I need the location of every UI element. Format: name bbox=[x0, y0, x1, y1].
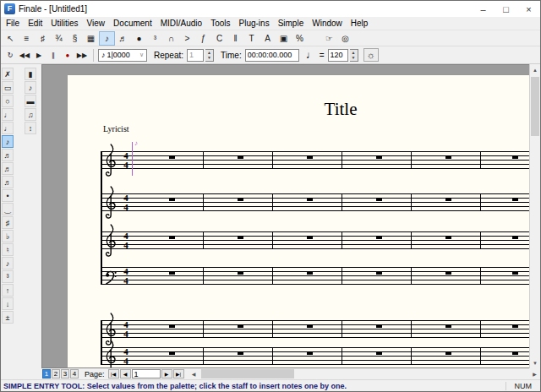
page-view-button-3[interactable]: 3 bbox=[61, 369, 69, 378]
note-entry-icon[interactable]: ♪ bbox=[25, 81, 36, 94]
next-page-button[interactable]: ▶ bbox=[161, 369, 172, 378]
menu-tools[interactable]: Tools bbox=[206, 19, 234, 28]
title-bar[interactable]: F Finale - [Untitled1] – □ × bbox=[1, 1, 540, 17]
score-page[interactable]: Title Lyricist 444444444444♪ bbox=[68, 75, 529, 368]
menu-document[interactable]: Document bbox=[109, 19, 156, 28]
zoom-tool-icon[interactable]: ◎ bbox=[337, 31, 353, 46]
hand-grabber-tool-icon[interactable]: ☞ bbox=[321, 31, 337, 46]
staff-tool-icon[interactable]: ≡ bbox=[19, 31, 35, 46]
tempo-spinner[interactable]: ▲ ▼ bbox=[350, 49, 358, 62]
rest-entry-icon[interactable]: ▬ bbox=[25, 95, 36, 107]
quarter-note-icon[interactable]: ♩ bbox=[2, 122, 14, 134]
expression-tool-icon[interactable]: ƒ bbox=[195, 31, 211, 46]
page-view-button-4[interactable]: 4 bbox=[70, 369, 79, 378]
page-layout-tool-icon[interactable]: ▣ bbox=[276, 31, 292, 46]
staff[interactable] bbox=[101, 231, 529, 249]
clef-tool-icon[interactable]: § bbox=[67, 31, 83, 46]
pause-button[interactable]: ∥ bbox=[46, 49, 60, 62]
time-signature-tool-icon[interactable]: ¾ bbox=[51, 31, 67, 46]
menu-help[interactable]: Help bbox=[347, 19, 373, 28]
play-button[interactable]: ▶ bbox=[32, 49, 46, 62]
menu-simple[interactable]: Simple bbox=[274, 19, 309, 28]
maximize-button[interactable]: □ bbox=[495, 1, 517, 17]
close-button[interactable]: × bbox=[517, 1, 540, 17]
eraser-icon[interactable]: ✗ bbox=[2, 68, 14, 80]
sixtyfourth-note-icon[interactable]: ♬ bbox=[2, 176, 14, 188]
menu-window[interactable]: Window bbox=[308, 19, 347, 28]
staff[interactable] bbox=[101, 347, 529, 365]
interval-icon[interactable]: ± bbox=[2, 311, 14, 324]
natural-icon[interactable]: ♮ bbox=[2, 243, 14, 256]
spinner-down-icon[interactable]: ▼ bbox=[352, 55, 356, 60]
staff[interactable] bbox=[101, 193, 529, 211]
minimize-button[interactable]: – bbox=[472, 1, 495, 17]
staff[interactable] bbox=[101, 320, 529, 338]
tuplet-icon[interactable]: ³ bbox=[2, 270, 14, 283]
staff[interactable] bbox=[101, 151, 529, 169]
scroll-right-arrow-icon[interactable]: ▶ bbox=[529, 368, 540, 379]
eighth-note-icon[interactable]: ♪ bbox=[2, 135, 14, 148]
repeat-spinner[interactable]: ▲ ▼ bbox=[205, 49, 214, 62]
tie-icon[interactable]: ‿ bbox=[2, 203, 14, 215]
half-note-icon[interactable]: ♩ bbox=[2, 108, 14, 121]
page-view-button-2[interactable]: 2 bbox=[52, 369, 60, 378]
chord-tool-icon[interactable]: C bbox=[211, 31, 227, 46]
repeat-tool-icon[interactable]: ‖ bbox=[227, 31, 243, 46]
menu-utilities[interactable]: Utilities bbox=[46, 19, 82, 28]
forward-to-end-button[interactable]: ▶▶ bbox=[75, 49, 89, 62]
menu-file[interactable]: File bbox=[2, 19, 24, 28]
tempo-input[interactable] bbox=[328, 49, 348, 62]
menu-edit[interactable]: Edit bbox=[24, 19, 46, 28]
horizontal-scroll-track[interactable] bbox=[199, 368, 529, 379]
vertical-scrollbar[interactable]: ▲ ▼ bbox=[529, 64, 540, 368]
vertical-scroll-thumb[interactable] bbox=[531, 77, 539, 136]
horizontal-scrollbar[interactable]: ◀ ▶ bbox=[189, 368, 540, 379]
hyperscribe-tool-icon[interactable]: ● bbox=[131, 31, 147, 46]
lyrics-tool-icon[interactable]: A bbox=[260, 31, 276, 46]
half-step-down-icon[interactable]: ↓ bbox=[2, 297, 14, 310]
horizontal-scroll-thumb[interactable] bbox=[201, 369, 294, 378]
score-viewport[interactable]: Title Lyricist 444444444444♪ bbox=[41, 64, 529, 368]
page-number-input[interactable] bbox=[132, 369, 161, 378]
tuplet-tool-icon[interactable]: ³ bbox=[147, 31, 163, 46]
scroll-left-arrow-icon[interactable]: ◀ bbox=[189, 368, 199, 379]
smartshape-tool-icon[interactable]: ∩ bbox=[163, 31, 179, 46]
sixteenth-note-icon[interactable]: ♬ bbox=[2, 149, 14, 161]
last-page-button[interactable]: ▶| bbox=[173, 369, 184, 378]
repitch-icon[interactable]: ↕ bbox=[25, 122, 36, 134]
caret-tool-icon[interactable]: ▮ bbox=[25, 68, 36, 80]
chevron-down-icon[interactable]: ∨ bbox=[139, 52, 144, 58]
page-view-button-1[interactable]: 1 bbox=[42, 369, 51, 378]
scroll-up-arrow-icon[interactable]: ▲ bbox=[530, 64, 540, 75]
menu-midi-audio[interactable]: MIDI/Audio bbox=[156, 19, 206, 28]
chord-entry-icon[interactable]: ♫ bbox=[25, 108, 36, 121]
articulation-tool-icon[interactable]: > bbox=[179, 31, 195, 46]
resize-tool-icon[interactable]: % bbox=[292, 31, 308, 46]
spinner-down-icon[interactable]: ▼ bbox=[207, 55, 211, 60]
half-step-up-icon[interactable]: ↑ bbox=[2, 284, 14, 297]
speedy-entry-tool-icon[interactable]: ♬ bbox=[115, 31, 131, 46]
time-display[interactable] bbox=[245, 49, 299, 62]
thirtysecond-note-icon[interactable]: ♬ bbox=[2, 162, 14, 175]
double-whole-note-icon[interactable]: ▭ bbox=[2, 81, 14, 94]
playback-settings-button[interactable]: ☼ bbox=[363, 48, 379, 62]
grace-note-icon[interactable]: ♪ bbox=[2, 257, 14, 270]
flat-icon[interactable]: ♭ bbox=[2, 230, 14, 242]
staff[interactable] bbox=[101, 267, 529, 285]
menu-plug-ins[interactable]: Plug-ins bbox=[235, 19, 274, 28]
playback-loop-button[interactable]: ↻ bbox=[3, 49, 17, 62]
menu-view[interactable]: View bbox=[83, 19, 110, 28]
key-signature-tool-icon[interactable]: ♯ bbox=[35, 31, 51, 46]
scroll-down-arrow-icon[interactable]: ▼ bbox=[530, 357, 540, 368]
record-button[interactable]: ● bbox=[61, 49, 74, 62]
whole-note-icon[interactable]: ○ bbox=[2, 95, 14, 107]
vertical-scroll-track[interactable] bbox=[530, 75, 540, 357]
augmentation-dot-icon[interactable]: • bbox=[2, 189, 14, 202]
selection-tool-icon[interactable]: ↖ bbox=[3, 31, 19, 46]
measure-tool-icon[interactable]: ▦ bbox=[83, 31, 99, 46]
text-tool-icon[interactable]: T bbox=[243, 31, 260, 46]
repeat-input[interactable] bbox=[187, 49, 204, 62]
sharp-icon[interactable]: ♯ bbox=[2, 216, 14, 229]
simple-entry-tool-icon[interactable]: ♪ bbox=[99, 31, 115, 46]
playback-counter[interactable]: ♪ 1|0000 ∨ bbox=[98, 49, 147, 62]
